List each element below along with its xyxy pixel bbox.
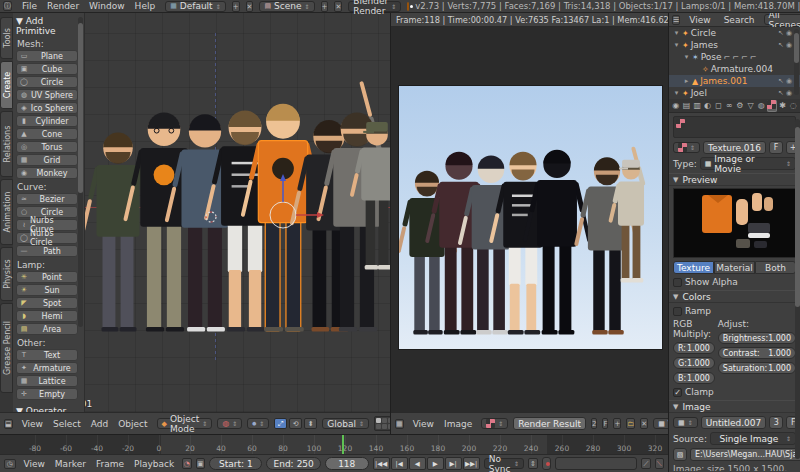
delete-scene-button[interactable]: ✕ — [334, 1, 342, 12]
context-both-button[interactable]: Both — [755, 261, 796, 274]
properties-tab-3[interactable]: ◐ — [703, 100, 713, 112]
outliner-row-joel[interactable]: ▾✦Joel↖◉ — [669, 87, 800, 99]
add-ico-sphere-button[interactable]: ◈Ico Sphere — [16, 102, 78, 114]
add-text-button[interactable]: TText — [16, 349, 78, 361]
properties-tab-5[interactable]: ∞ — [724, 100, 734, 112]
toolshelf-tab-create[interactable]: Create — [0, 61, 13, 109]
render-visibility-icon[interactable]: ◉ — [786, 77, 792, 85]
editor-type-select[interactable]: ☰ — [672, 15, 680, 25]
texture-browse-button[interactable]: ⇕ — [673, 142, 700, 153]
properties-scrollbar[interactable] — [795, 119, 800, 459]
ramp-checkbox[interactable] — [673, 307, 682, 316]
colors-panel-header[interactable]: ▼Colors — [669, 290, 800, 303]
filepath-icon[interactable]: ▧ — [673, 448, 687, 461]
outliner-display-select[interactable]: All Scenes⇕ — [764, 14, 800, 25]
selectability-icon[interactable]: ↖ — [778, 77, 784, 85]
auto-keyframe-button[interactable] — [542, 457, 551, 470]
add-lattice-button[interactable]: ▦Lattice — [16, 375, 78, 387]
menu-select[interactable]: Select — [49, 419, 85, 429]
end-frame-field[interactable]: End:250 — [266, 457, 320, 470]
properties-tab-2[interactable]: ▥ — [692, 100, 702, 112]
properties-tab-0[interactable]: ◉ — [671, 100, 681, 112]
menu-view[interactable]: View — [20, 459, 49, 469]
properties-tab-10[interactable]: ✱ — [778, 100, 788, 112]
properties-tab-6[interactable]: ⚙ — [735, 100, 745, 112]
start-frame-field[interactable]: Start:1 — [209, 457, 262, 470]
menu-view[interactable]: View — [409, 419, 438, 429]
viewport-shading-select[interactable]: ◍⇕ — [217, 418, 242, 429]
outliner-row-james[interactable]: ▾✦James↖◉ — [669, 39, 800, 51]
add-point-lamp-button[interactable]: ✳Point — [16, 271, 78, 283]
fake-user-button[interactable]: F — [602, 418, 608, 429]
menu-object[interactable]: Object — [114, 419, 151, 429]
delete-keyframe-icon[interactable]: ⟍ — [655, 458, 664, 469]
render-result-image[interactable] — [399, 86, 662, 349]
menu-view[interactable]: View — [18, 419, 47, 429]
add-grid-button[interactable]: ▦Grid — [16, 154, 78, 166]
toolshelf-tab-tools[interactable]: Tools — [0, 17, 13, 59]
selectability-icon[interactable]: ↖ — [778, 41, 784, 49]
outliner-row-james.001[interactable]: ▸▲James.001↖◉ — [669, 75, 800, 87]
preview-panel-header[interactable]: ▼Preview — [669, 173, 800, 186]
sync-mode-select[interactable]: No Sync⇕ — [484, 458, 524, 469]
add-uv-sphere-button[interactable]: ◍UV Sphere — [16, 89, 78, 101]
menu-image[interactable]: Image — [440, 419, 476, 429]
render-engine-select[interactable]: Blender Render ⇕ — [348, 1, 401, 12]
add-torus-button[interactable]: ◎Torus — [16, 141, 78, 153]
add-plane-button[interactable]: ▭Plane — [16, 50, 78, 62]
manipulator-rotate-icon[interactable]: ⟲ — [289, 418, 302, 429]
toolshelf-tab-grease-pencil[interactable]: Grease Pencil — [0, 303, 13, 393]
jump-to-start-button[interactable]: |◀◀ — [373, 457, 390, 470]
texture-slot-list[interactable] — [673, 116, 796, 138]
render-visibility-icon[interactable]: ◉ — [786, 29, 792, 37]
menu-add[interactable]: Add — [87, 419, 112, 429]
show-alpha-checkbox[interactable] — [673, 278, 682, 287]
play-button[interactable]: ▶ — [427, 457, 444, 470]
menu-marker[interactable]: Marker — [51, 459, 90, 469]
menu-file[interactable]: File — [18, 1, 41, 11]
image-panel-header[interactable]: ▼Image — [669, 400, 800, 413]
outliner-view-menu[interactable]: View — [685, 15, 714, 25]
outliner-row-pose[interactable]: ▾✶Pose⌐⌐⌐⌐ — [669, 51, 800, 63]
add-empty-button[interactable]: ✛Empty — [16, 388, 78, 400]
new-image-button[interactable]: + — [613, 418, 621, 429]
properties-tab-11[interactable]: ◌ — [788, 100, 798, 112]
source-select[interactable]: Single Image ⇕ — [710, 432, 796, 445]
keying-set-field[interactable] — [555, 457, 637, 470]
toolshelf-tab-relations[interactable]: Relations — [0, 111, 13, 177]
insert-keyframe-icon[interactable]: ⟋ — [641, 458, 650, 469]
current-frame-playhead[interactable] — [342, 435, 344, 454]
image-browse-button[interactable]: ▦⇕ — [673, 417, 698, 428]
frame-stepper[interactable]: ⇕ — [528, 458, 537, 469]
add-bezier-button[interactable]: ≈Bezier — [16, 193, 78, 205]
add-cube-button[interactable]: ▣Cube — [16, 63, 78, 75]
selectability-icon[interactable]: ↖ — [778, 89, 784, 97]
add-cone-button[interactable]: ▲Cone — [16, 128, 78, 140]
play-reverse-button[interactable]: ◀ — [409, 457, 426, 470]
jump-prev-keyframe-button[interactable]: |◀ — [391, 457, 408, 470]
editor-type-select[interactable]: ◷ — [4, 459, 16, 469]
render-visibility-icon[interactable]: ◉ — [786, 89, 792, 97]
rgb-slider-r[interactable]: R:1.000 — [673, 342, 715, 354]
add-monkey-button[interactable]: ◉Monkey — [16, 167, 78, 179]
add-layout-button[interactable]: + — [232, 1, 240, 12]
menu-frame[interactable]: Frame — [92, 459, 128, 469]
transform-orientation-select[interactable]: Global ⇕ — [322, 418, 369, 429]
properties-tab-9-texture[interactable] — [767, 100, 777, 112]
outliner-row-armature.004[interactable]: ✧Armature.004 — [669, 63, 800, 75]
delete-layout-button[interactable]: ✕ — [246, 1, 254, 12]
pivot-point-select[interactable]: ⏺⇕ — [247, 418, 269, 429]
adjust-slider-brightness[interactable]: Brightness:1.000 — [718, 332, 796, 344]
outliner-scrollbar[interactable] — [794, 29, 799, 95]
manipulator-translate-icon[interactable]: ⤢ — [274, 418, 287, 429]
current-frame-field[interactable]: 118 — [325, 457, 369, 470]
menu-window[interactable]: Window — [85, 1, 129, 11]
image-datablock-icon[interactable]: ⇕ — [481, 418, 508, 429]
menu-render[interactable]: Render — [43, 1, 83, 11]
mode-select[interactable]: ◆ Object Mode ⇕ — [157, 418, 213, 429]
render-visibility-icon[interactable]: ◉ — [786, 41, 792, 49]
add-circle-button[interactable]: ◯Circle — [16, 76, 78, 88]
toolshelf-tab-animation[interactable]: Animation — [0, 179, 13, 245]
info-editor-icon[interactable]: ⓘ — [3, 1, 12, 11]
use-preview-range-icon[interactable]: ◔ — [182, 458, 191, 469]
